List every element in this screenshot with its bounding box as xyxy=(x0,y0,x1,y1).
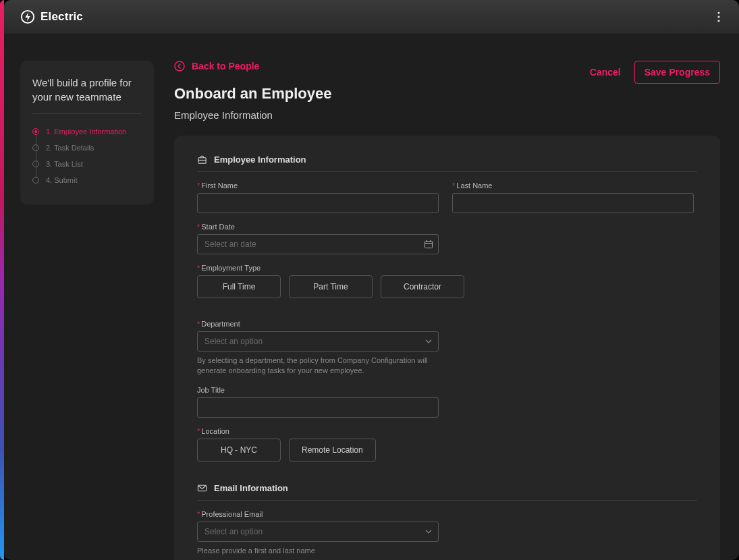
arrow-left-circle-icon xyxy=(174,61,185,72)
last-name-label: *Last Name xyxy=(452,181,694,190)
brand-name: Electric xyxy=(40,10,83,24)
employment-type-full-time[interactable]: Full Time xyxy=(197,275,281,298)
electric-logo-icon xyxy=(20,9,35,24)
start-date-input[interactable] xyxy=(197,234,439,254)
sidebar-title: We'll build a profile for your new teamm… xyxy=(32,76,142,104)
last-name-input[interactable] xyxy=(452,193,694,213)
field-last-name: *Last Name xyxy=(452,181,694,213)
kebab-icon xyxy=(717,11,720,22)
start-date-label: *Start Date xyxy=(197,223,439,231)
svg-point-2 xyxy=(717,16,719,18)
field-first-name: *First Name xyxy=(197,181,439,213)
section-title: Employee Information xyxy=(214,155,306,165)
app-window: Electric We'll build a profile for your … xyxy=(4,0,739,560)
step-label: 4. Submit xyxy=(46,176,77,184)
step-label: 3. Task List xyxy=(46,160,83,168)
department-label: *Department xyxy=(197,320,439,328)
svg-point-3 xyxy=(717,20,719,22)
brand: Electric xyxy=(20,9,83,24)
professional-email-helper: Please provide a first and last name xyxy=(197,546,439,556)
content-area: We'll build a profile for your new teamm… xyxy=(4,34,739,560)
step-dot-icon xyxy=(32,177,39,184)
window-accent-edge xyxy=(0,0,4,560)
svg-point-4 xyxy=(175,61,184,71)
location-remote[interactable]: Remote Location xyxy=(289,439,376,461)
section-title: Email Information xyxy=(214,483,288,493)
location-group: HQ - NYC Remote Location xyxy=(197,439,697,461)
progress-sidebar: We'll build a profile for your new teamm… xyxy=(20,61,154,204)
header-actions: Cancel Save Progress xyxy=(590,61,720,84)
field-start-date: *Start Date xyxy=(197,223,439,254)
professional-email-placeholder: Select an option xyxy=(204,527,263,536)
chevron-down-icon xyxy=(425,528,432,535)
briefcase-icon xyxy=(197,155,207,165)
field-professional-email: *Professional Email Select an option Ple… xyxy=(197,510,439,556)
employment-type-part-time[interactable]: Part Time xyxy=(289,275,373,298)
section-header-email-info: Email Information xyxy=(197,483,697,501)
sidebar-divider xyxy=(32,113,142,114)
svg-point-1 xyxy=(717,11,719,13)
page-subtitle: Employee Information xyxy=(174,109,720,121)
field-employment-type: *Employment Type Full Time Part Time Con… xyxy=(197,264,697,298)
form-card: Employee Information *First Name *Last N… xyxy=(174,136,720,560)
step-task-details[interactable]: 2. Task Details xyxy=(32,140,142,156)
save-progress-button[interactable]: Save Progress xyxy=(634,61,720,84)
step-label: 2. Task Details xyxy=(46,144,94,152)
field-job-title: Job Title xyxy=(197,386,439,418)
location-label: *Location xyxy=(197,427,697,435)
page-header-row: Back to People Cancel Save Progress xyxy=(174,61,720,85)
step-dot-icon xyxy=(32,161,39,167)
more-menu-button[interactable] xyxy=(712,10,726,24)
section-header-employee-info: Employee Information xyxy=(197,155,697,172)
step-task-list[interactable]: 3. Task List xyxy=(32,156,142,172)
professional-email-label: *Professional Email xyxy=(197,510,439,518)
page-title: Onboard an Employee xyxy=(174,85,720,103)
step-dot-icon xyxy=(32,128,39,135)
back-to-people-link[interactable]: Back to People xyxy=(174,61,259,72)
step-employee-information[interactable]: 1. Employee Information xyxy=(32,123,142,140)
first-name-label: *First Name xyxy=(197,181,439,190)
mail-icon xyxy=(197,483,207,493)
field-location: *Location HQ - NYC Remote Location xyxy=(197,427,697,461)
field-department: *Department Select an option By selectin… xyxy=(197,320,439,376)
employment-type-group: Full Time Part Time Contractor xyxy=(197,275,697,298)
main-column: Back to People Cancel Save Progress Onbo… xyxy=(174,61,723,560)
topbar: Electric xyxy=(4,0,739,34)
department-select[interactable]: Select an option xyxy=(197,331,439,352)
employment-type-contractor[interactable]: Contractor xyxy=(381,275,464,298)
employment-type-label: *Employment Type xyxy=(197,264,697,272)
chevron-down-icon xyxy=(425,338,432,345)
back-link-label: Back to People xyxy=(192,61,259,72)
step-dot-icon xyxy=(32,144,39,151)
first-name-input[interactable] xyxy=(197,193,439,213)
department-placeholder: Select an option xyxy=(204,337,263,346)
step-submit[interactable]: 4. Submit xyxy=(32,172,142,188)
location-hq-nyc[interactable]: HQ - NYC xyxy=(197,439,281,461)
progress-steps: 1. Employee Information 2. Task Details … xyxy=(32,123,142,188)
job-title-label: Job Title xyxy=(197,386,439,394)
job-title-input[interactable] xyxy=(197,397,439,418)
professional-email-select[interactable]: Select an option xyxy=(197,522,439,542)
cancel-button[interactable]: Cancel xyxy=(590,67,621,78)
step-label: 1. Employee Information xyxy=(46,128,126,136)
department-helper: By selecting a department, the policy fr… xyxy=(197,356,439,376)
step-connector-line xyxy=(36,134,36,179)
